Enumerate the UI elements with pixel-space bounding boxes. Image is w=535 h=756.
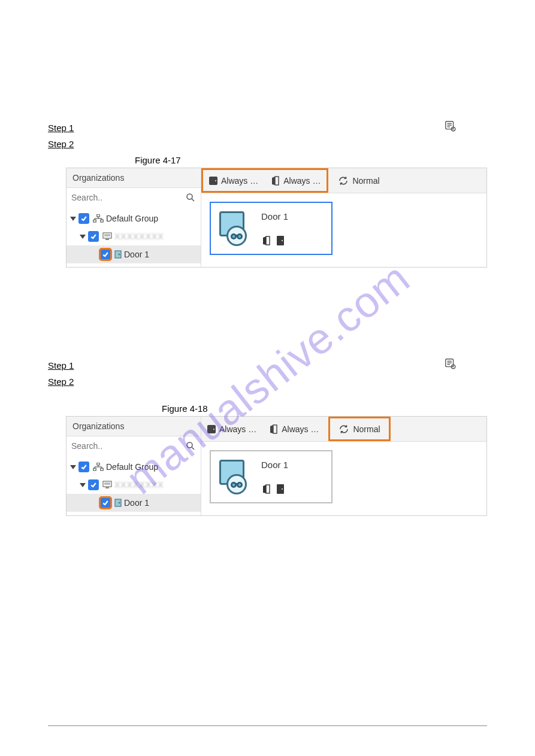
figure-caption: Figure 4-18 xyxy=(162,403,487,414)
search-icon[interactable] xyxy=(185,441,196,451)
svg-point-48 xyxy=(119,502,120,503)
main-area: Always … Always … Normal xyxy=(201,168,486,267)
svg-point-53 xyxy=(232,484,235,486)
svg-rect-8 xyxy=(97,214,100,217)
binoculars-icon xyxy=(226,474,247,494)
toolbar: Always … Always … Normal xyxy=(201,168,486,193)
step-1-link[interactable]: Step 1 xyxy=(48,123,74,133)
step-2-link[interactable]: Step 2 xyxy=(48,139,74,149)
svg-point-5 xyxy=(453,129,454,130)
always-closed-button[interactable]: Always … xyxy=(203,170,264,191)
svg-point-35 xyxy=(187,442,192,448)
svg-rect-38 xyxy=(93,468,96,470)
normal-button-highlighted[interactable]: Normal xyxy=(328,417,390,441)
tree-device[interactable]: XXXXXXXX xyxy=(67,227,201,245)
door-open-icon[interactable] xyxy=(261,236,271,245)
toolbar: Always … Always … Normal xyxy=(201,417,486,442)
tree-root[interactable]: Default Group xyxy=(67,210,201,227)
search-input[interactable] xyxy=(71,192,185,204)
svg-rect-27 xyxy=(266,236,270,245)
main-area: Always … Always … Normal xyxy=(201,417,486,515)
org-tree-icon xyxy=(93,463,104,471)
normal-label: Normal xyxy=(352,176,379,186)
tree-door-label: Door 1 xyxy=(124,250,149,259)
svg-point-34 xyxy=(453,366,454,368)
checkbox[interactable] xyxy=(88,479,99,490)
svg-rect-55 xyxy=(235,483,238,485)
checkbox-highlighted[interactable] xyxy=(100,497,111,508)
door-card[interactable]: Door 1 xyxy=(210,202,333,255)
svg-rect-16 xyxy=(104,234,110,236)
always-open-button[interactable]: Always … xyxy=(262,417,325,441)
door-canvas: Door 1 xyxy=(201,442,486,515)
organizations-header: Organizations xyxy=(67,168,201,188)
svg-line-36 xyxy=(192,447,194,450)
tree-device[interactable]: XXXXXXXX xyxy=(67,476,201,494)
checkbox[interactable] xyxy=(88,231,99,242)
door-thumbnail xyxy=(218,211,249,245)
normal-label: Normal xyxy=(353,424,380,434)
tree-root[interactable]: Default Group xyxy=(67,458,201,476)
door-mini-actions xyxy=(261,484,324,494)
tree-root-label: Default Group xyxy=(106,462,158,472)
svg-point-19 xyxy=(119,254,120,255)
checkbox[interactable] xyxy=(78,462,89,472)
door-card[interactable]: Door 1 xyxy=(210,450,333,503)
always-closed-label: Always … xyxy=(221,176,258,186)
svg-marker-21 xyxy=(272,177,275,185)
svg-marker-57 xyxy=(263,485,266,493)
device-icon xyxy=(102,481,112,489)
checkbox[interactable] xyxy=(78,213,89,224)
tree-door-item[interactable]: Door 1 xyxy=(67,494,201,512)
organizations-sidebar: Organizations Default Group xyxy=(67,417,201,515)
step-1-link[interactable]: Step 1 xyxy=(48,360,74,371)
binoculars-icon xyxy=(226,226,247,246)
svg-rect-26 xyxy=(235,235,238,236)
svg-line-7 xyxy=(192,199,194,201)
checkbox-highlighted[interactable] xyxy=(100,249,111,260)
always-open-button[interactable]: Always … xyxy=(264,170,327,191)
organizations-sidebar: Organizations Default Group xyxy=(67,168,201,267)
always-open-label: Always … xyxy=(282,424,319,434)
door-closed-icon[interactable] xyxy=(277,236,284,245)
always-closed-button[interactable]: Always … xyxy=(201,417,262,441)
svg-point-25 xyxy=(238,235,241,238)
always-closed-label: Always … xyxy=(219,424,256,434)
tree-door-item[interactable]: Door 1 xyxy=(67,245,201,263)
door-open-icon xyxy=(270,176,280,186)
door-icon xyxy=(114,250,122,259)
door-closed-icon xyxy=(207,425,216,433)
organizations-header: Organizations xyxy=(67,417,201,436)
search-input[interactable] xyxy=(71,440,185,452)
access-control-panel: Organizations Default Group xyxy=(66,416,487,516)
svg-rect-46 xyxy=(105,487,109,488)
door-thumbnail xyxy=(218,460,249,493)
chevron-down-icon[interactable] xyxy=(80,483,86,487)
svg-point-54 xyxy=(238,484,241,486)
svg-rect-56 xyxy=(266,485,270,493)
refresh-icon xyxy=(338,424,349,435)
svg-rect-49 xyxy=(273,425,277,433)
chevron-down-icon[interactable] xyxy=(70,465,76,469)
device-label-blurred: XXXXXXXX xyxy=(114,232,164,241)
org-tree-icon xyxy=(93,214,104,223)
svg-rect-37 xyxy=(97,463,100,465)
svg-rect-20 xyxy=(275,177,279,185)
door-icon xyxy=(114,499,122,507)
step-2-link[interactable]: Step 2 xyxy=(48,377,74,387)
device-label-blurred: XXXXXXXX xyxy=(114,480,164,490)
door-closed-icon[interactable] xyxy=(277,484,284,494)
chevron-down-icon[interactable] xyxy=(80,235,86,239)
refresh-icon xyxy=(338,175,349,186)
svg-rect-45 xyxy=(104,482,110,485)
settings-icon xyxy=(444,120,457,135)
door-card-title: Door 1 xyxy=(261,460,324,470)
normal-button[interactable]: Normal xyxy=(332,168,385,193)
door-open-icon[interactable] xyxy=(261,484,271,494)
footer-divider xyxy=(48,725,487,726)
chevron-down-icon[interactable] xyxy=(70,217,76,221)
organizations-tree: Default Group XXXXXXXX Door 1 xyxy=(67,207,201,267)
tree-door-label: Door 1 xyxy=(124,498,149,508)
search-row xyxy=(67,436,201,456)
search-icon[interactable] xyxy=(185,192,196,203)
